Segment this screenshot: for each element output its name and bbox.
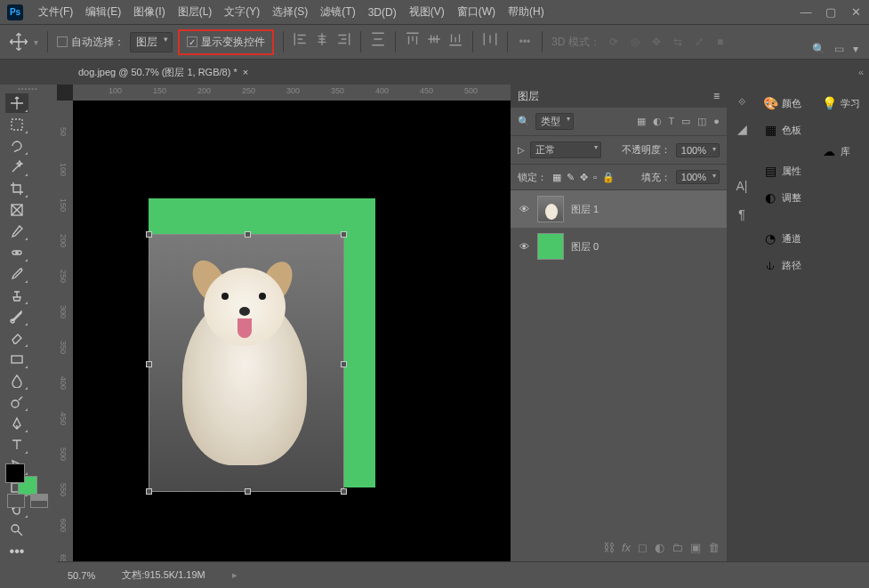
- adjustment-layer-icon[interactable]: ◐: [655, 541, 664, 554]
- menu-image[interactable]: 图像(I): [127, 4, 171, 20]
- auto-select-checkbox[interactable]: 自动选择：: [57, 35, 125, 50]
- doc-size[interactable]: 文档:915.5K/1.19M: [122, 568, 205, 582]
- eyedropper-tool[interactable]: [5, 222, 28, 241]
- layer-name[interactable]: 图层 1: [571, 203, 599, 216]
- eraser-tool[interactable]: [5, 328, 28, 348]
- marquee-tool[interactable]: [5, 115, 28, 134]
- link-layers-icon[interactable]: ⛓: [603, 541, 615, 554]
- visibility-toggle-icon[interactable]: 👁: [518, 241, 530, 252]
- gradient-tool[interactable]: [5, 350, 28, 369]
- canvas[interactable]: [73, 101, 511, 561]
- pen-tool[interactable]: [5, 414, 28, 433]
- brush-tool[interactable]: [5, 264, 28, 284]
- lock-artboard-icon[interactable]: ▫: [593, 172, 597, 182]
- tab-close-icon[interactable]: ×: [243, 67, 248, 77]
- color-panel-toggle[interactable]: 🎨颜色: [757, 92, 816, 115]
- more-align-icon[interactable]: •••: [517, 34, 533, 50]
- menu-window[interactable]: 窗口(W): [451, 4, 502, 20]
- ruler-horizontal[interactable]: 100150200250300350400450500: [73, 85, 511, 101]
- menu-filter[interactable]: 滤镜(T): [314, 4, 361, 20]
- canvas-area[interactable]: 100150200250300350400450500 501001502002…: [57, 85, 511, 561]
- character-panel-icon[interactable]: A|: [733, 177, 751, 195]
- minimize-icon[interactable]: —: [800, 6, 812, 19]
- magic-wand-tool[interactable]: [5, 157, 28, 177]
- delete-layer-icon[interactable]: 🗑: [708, 541, 720, 554]
- distribute-v-icon[interactable]: [482, 31, 498, 47]
- move-tool-icon[interactable]: [9, 32, 28, 52]
- foreground-color-swatch[interactable]: [5, 463, 25, 483]
- layer-mask-icon[interactable]: ◻: [638, 541, 648, 554]
- layer-filter-dropdown[interactable]: 类型: [535, 113, 574, 130]
- lock-all-icon[interactable]: 🔒: [602, 172, 615, 183]
- align-bottom-icon[interactable]: [447, 31, 463, 47]
- history-brush-tool[interactable]: [5, 307, 28, 326]
- filter-smart-icon[interactable]: ◫: [697, 116, 706, 127]
- quickmask-mode-icon[interactable]: [30, 494, 48, 508]
- transform-controls-option[interactable]: 显示变换控件: [178, 29, 274, 55]
- workspace-icon[interactable]: ▾: [853, 43, 858, 55]
- align-top-icon[interactable]: [405, 31, 421, 47]
- crop-tool[interactable]: [5, 179, 28, 198]
- menu-layer[interactable]: 图层(L): [172, 4, 219, 20]
- ruler-vertical[interactable]: 50100150200250300350400450500550600650: [57, 101, 73, 561]
- paragraph-panel-icon[interactable]: ¶: [733, 205, 751, 223]
- move-tool[interactable]: [5, 93, 28, 113]
- blend-mode-dropdown[interactable]: 正常: [530, 141, 601, 158]
- filter-type-icon[interactable]: T: [669, 116, 675, 127]
- handle-bl[interactable]: [146, 488, 152, 495]
- filter-shape-icon[interactable]: ▭: [681, 116, 690, 127]
- handle-mr[interactable]: [341, 361, 347, 367]
- menu-edit[interactable]: 编辑(E): [79, 4, 127, 20]
- menu-3d[interactable]: 3D(D): [362, 6, 403, 19]
- libraries-panel-toggle[interactable]: ☁库: [816, 140, 869, 163]
- clone-stamp-tool[interactable]: [5, 286, 28, 305]
- zoom-level[interactable]: 50.7%: [68, 570, 95, 581]
- layer-thumbnail[interactable]: [537, 233, 564, 260]
- visibility-toggle-icon[interactable]: 👁: [518, 204, 530, 214]
- panel-menu-icon[interactable]: ≡: [713, 90, 720, 102]
- zoom-tool[interactable]: [5, 520, 28, 540]
- layer-thumbnail[interactable]: [537, 196, 564, 222]
- layer-name[interactable]: 图层 0: [571, 240, 599, 254]
- handle-bm[interactable]: [245, 488, 251, 495]
- share-icon[interactable]: ▭: [834, 43, 844, 55]
- align-right-icon[interactable]: [335, 31, 351, 47]
- menu-select[interactable]: 选择(S): [266, 4, 314, 20]
- collapse-panels-icon[interactable]: «: [858, 67, 864, 77]
- lock-pixels-icon[interactable]: ▦: [552, 172, 561, 183]
- healing-tool[interactable]: [5, 243, 28, 262]
- layer-group-icon[interactable]: 🗀: [672, 541, 683, 554]
- distribute-h-icon[interactable]: [370, 31, 386, 47]
- handle-ml[interactable]: [146, 361, 152, 367]
- properties-panel-toggle[interactable]: ▤属性: [757, 159, 816, 182]
- swatches-panel-toggle[interactable]: ▦色板: [757, 118, 816, 141]
- lock-position-icon[interactable]: ✥: [580, 172, 588, 183]
- new-layer-icon[interactable]: ▣: [690, 541, 701, 554]
- opacity-dropdown[interactable]: 100%: [676, 143, 720, 157]
- dodge-tool[interactable]: [5, 392, 28, 412]
- blur-tool[interactable]: [5, 371, 28, 391]
- align-middle-v-icon[interactable]: [426, 31, 442, 47]
- transform-bounding-box[interactable]: [149, 234, 344, 492]
- layer-row-0[interactable]: 👁 图层 0: [511, 228, 727, 265]
- menu-type[interactable]: 文字(Y): [218, 4, 266, 20]
- auto-select-target-dropdown[interactable]: 图层: [130, 32, 173, 52]
- frame-tool[interactable]: [5, 200, 28, 220]
- maximize-icon[interactable]: ▢: [825, 6, 837, 19]
- fill-dropdown[interactable]: 100%: [676, 170, 720, 184]
- history-panel-icon[interactable]: ⟐: [733, 92, 751, 109]
- edit-toolbar[interactable]: •••: [5, 542, 28, 561]
- handle-tl[interactable]: [146, 231, 152, 238]
- filter-toggle-icon[interactable]: ●: [713, 116, 720, 127]
- adjustments-panel-toggle[interactable]: ◐调整: [757, 186, 816, 209]
- layer-fx-icon[interactable]: fx: [622, 541, 631, 554]
- filter-search-icon[interactable]: 🔍: [518, 116, 530, 127]
- layers-tab[interactable]: 图层: [518, 89, 539, 104]
- handle-tr[interactable]: [341, 231, 347, 238]
- menu-view[interactable]: 视图(V): [403, 4, 451, 20]
- handle-br[interactable]: [341, 488, 347, 495]
- channels-panel-toggle[interactable]: ◔通道: [757, 227, 816, 250]
- filter-pixel-icon[interactable]: ▦: [637, 116, 646, 127]
- brush-panel-icon[interactable]: ◢: [733, 120, 751, 138]
- align-center-h-icon[interactable]: [314, 31, 330, 47]
